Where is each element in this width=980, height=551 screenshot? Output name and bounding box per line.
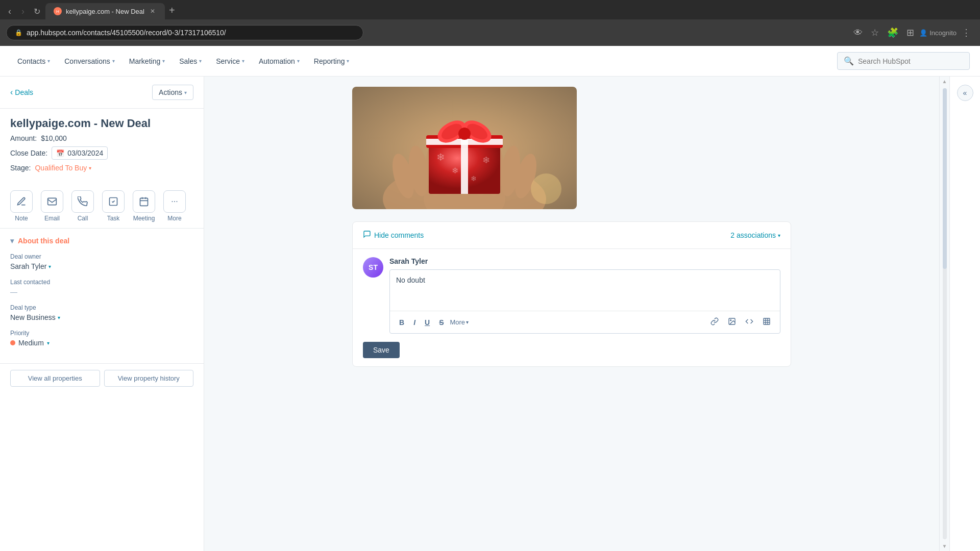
nav-reporting-label: Reporting	[314, 57, 345, 65]
table-button[interactable]	[760, 315, 774, 329]
actions-chevron-icon: ▾	[184, 90, 187, 95]
task-button[interactable]: Task	[102, 190, 125, 222]
view-all-properties-button[interactable]: View all properties	[10, 370, 100, 387]
refresh-button[interactable]: ↻	[31, 4, 43, 19]
scroll-down-button[interactable]: ▼	[940, 541, 949, 551]
close-date-value: 03/03/2024	[67, 149, 103, 157]
bookmark-icon[interactable]: ☆	[868, 24, 882, 41]
view-property-history-button[interactable]: View property history	[104, 370, 194, 387]
scroll-track	[943, 88, 947, 539]
call-label: Call	[78, 215, 88, 222]
priority-badge: Medium ▾	[10, 339, 50, 347]
scroll-thumb[interactable]	[943, 88, 947, 269]
svg-rect-33	[764, 318, 770, 324]
underline-button[interactable]: U	[422, 316, 433, 329]
grid-icon[interactable]: ⊞	[903, 24, 917, 41]
associations-link[interactable]: 2 associations ▾	[730, 231, 780, 239]
sidebar-header: ‹ Deals Actions ▾	[0, 77, 204, 109]
actions-button[interactable]: Actions ▾	[152, 85, 193, 100]
deal-image: ❄ ❄ ❄ ❄	[352, 87, 577, 209]
comment-toolbar: B I U S More ▾	[390, 311, 780, 333]
deal-stage-dropdown[interactable]: Qualified To Buy ▾	[35, 164, 91, 172]
comment-text[interactable]: No doubt	[390, 270, 780, 311]
priority-field: Priority Medium ▾	[10, 330, 193, 347]
nav-marketing[interactable]: Marketing ▾	[122, 46, 172, 77]
link-button[interactable]	[707, 315, 722, 329]
meeting-icon	[133, 190, 155, 213]
associations-label: 2 associations	[730, 231, 776, 239]
last-contacted-label: Last contacted	[10, 279, 193, 286]
comments-section: Hide comments 2 associations ▾ ST Sarah …	[352, 221, 791, 367]
eye-slash-icon[interactable]: 👁	[850, 24, 866, 41]
commenter-avatar: ST	[363, 257, 383, 278]
close-tab-button[interactable]: ✕	[149, 7, 157, 15]
new-tab-button[interactable]: +	[165, 3, 179, 18]
deal-type-chevron: ▾	[58, 315, 60, 320]
call-button[interactable]: Call	[71, 190, 94, 222]
stage-chevron-icon: ▾	[89, 165, 91, 171]
more-options-button[interactable]: ⋮	[959, 24, 974, 41]
note-label: Note	[15, 215, 28, 222]
embed-button[interactable]	[742, 315, 756, 329]
nav-sales-chevron: ▾	[199, 58, 202, 64]
strikethrough-button[interactable]: S	[436, 316, 447, 329]
nav-service[interactable]: Service ▾	[209, 46, 252, 77]
extension-icon[interactable]: 🧩	[884, 24, 901, 41]
back-button[interactable]: ‹	[4, 4, 15, 19]
deal-type-label: Deal type	[10, 304, 193, 311]
nav-sales-label: Sales	[179, 57, 197, 65]
search-bar[interactable]: 🔍	[837, 52, 970, 70]
nav-automation[interactable]: Automation ▾	[252, 46, 307, 77]
address-bar[interactable]: 🔒 app.hubspot.com/contacts/45105500/reco…	[6, 25, 363, 40]
note-icon	[10, 190, 33, 213]
search-input[interactable]	[858, 57, 963, 65]
about-title: About this deal	[18, 237, 69, 245]
note-button[interactable]: Note	[10, 190, 33, 222]
deal-meta: Amount: $10,000 Close Date: 📅 03/03/2024…	[0, 134, 204, 184]
forward-button[interactable]: ›	[17, 4, 29, 19]
more-formatting-button[interactable]: More ▾	[450, 318, 469, 326]
bold-button[interactable]: B	[396, 316, 407, 329]
incognito-label: Incognito	[929, 29, 957, 37]
about-header[interactable]: ▾ About this deal	[10, 237, 193, 245]
meeting-button[interactable]: Meeting	[133, 190, 155, 222]
nav-automation-chevron: ▾	[297, 58, 300, 64]
scroll-up-button[interactable]: ▲	[940, 77, 949, 86]
svg-point-32	[730, 320, 731, 321]
tab-favicon: H	[54, 7, 62, 15]
more-formatting-label: More	[450, 318, 465, 326]
email-button[interactable]: Email	[41, 190, 63, 222]
lock-icon: 🔒	[15, 29, 22, 36]
more-label: More	[167, 215, 181, 222]
save-button[interactable]: Save	[363, 342, 400, 358]
collapse-panel-button[interactable]: «	[957, 85, 973, 101]
italic-button[interactable]: I	[410, 316, 419, 329]
amount-label: Amount:	[10, 134, 37, 142]
svg-point-30	[531, 173, 561, 204]
back-to-deals-link[interactable]: ‹ Deals	[10, 88, 33, 97]
deal-owner-value[interactable]: Sarah Tyler ▾	[10, 262, 193, 270]
comment-content: Sarah Tyler No doubt B I U S More ▾	[389, 257, 780, 334]
main-content: ❄ ❄ ❄ ❄ Hide comments	[204, 77, 939, 551]
nav-sales[interactable]: Sales ▾	[172, 46, 209, 77]
content-inner: ❄ ❄ ❄ ❄ Hide comments	[342, 77, 801, 377]
image-button[interactable]	[725, 315, 739, 329]
close-date-field[interactable]: 📅 03/03/2024	[52, 146, 108, 160]
active-tab[interactable]: H kellypaige.com - New Deal ✕	[45, 3, 165, 19]
deal-type-value[interactable]: New Business ▾	[10, 313, 193, 321]
main-scrollbar: ▲ ▼	[939, 77, 949, 551]
nav-reporting[interactable]: Reporting ▾	[307, 46, 357, 77]
nav-marketing-chevron: ▾	[162, 58, 165, 64]
nav-marketing-label: Marketing	[129, 57, 160, 65]
comment-editor[interactable]: No doubt B I U S More ▾	[389, 269, 780, 334]
hide-comments-button[interactable]: Hide comments	[363, 230, 424, 240]
nav-contacts[interactable]: Contacts ▾	[10, 46, 57, 77]
more-actions-button[interactable]: ··· More	[163, 190, 186, 222]
priority-name: Medium	[18, 339, 44, 347]
priority-value[interactable]: Medium ▾	[10, 339, 193, 347]
browser-toolbar: 🔒 app.hubspot.com/contacts/45105500/reco…	[0, 19, 980, 46]
priority-label: Priority	[10, 330, 193, 337]
nav-conversations[interactable]: Conversations ▾	[57, 46, 122, 77]
nav-reporting-chevron: ▾	[347, 58, 349, 64]
stage-value: Qualified To Buy	[35, 164, 87, 172]
